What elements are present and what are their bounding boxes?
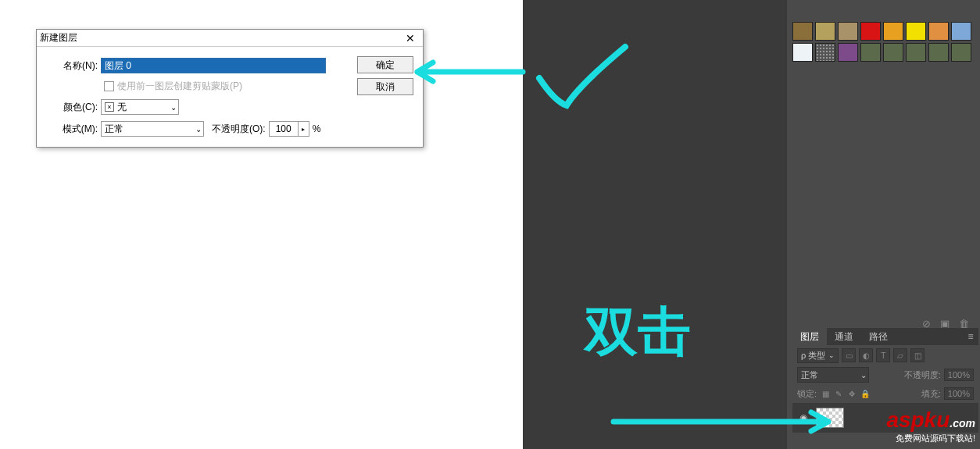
- chevron-down-icon: ⌄: [828, 351, 835, 359]
- ok-button[interactable]: 确定: [357, 56, 413, 73]
- filter-smart-icon[interactable]: ◫: [910, 348, 925, 362]
- swatch[interactable]: [815, 43, 835, 62]
- lock-position-icon[interactable]: ✥: [846, 388, 857, 399]
- right-panels: ⊘ ▣ 🗑 图层 通道 路径 ≡ ρ 类型 ⌄ ▭ ◐ T ▱ ◫ 正常 ⌄: [787, 0, 980, 449]
- percent-label: %: [313, 123, 321, 134]
- filter-text-icon[interactable]: T: [876, 348, 890, 362]
- opacity-flyout-icon[interactable]: ▸: [299, 121, 309, 137]
- swatch[interactable]: [951, 22, 971, 41]
- watermark: aspku.com 免费网站源码下载站!: [886, 408, 975, 444]
- swatch[interactable]: [792, 43, 813, 62]
- swatch[interactable]: [860, 22, 881, 41]
- lock-label: 锁定:: [797, 388, 817, 400]
- dialog-titlebar[interactable]: 新建图层 ✕: [37, 30, 423, 47]
- panel-menu-icon[interactable]: ≡: [963, 328, 978, 345]
- opacity-input[interactable]: [269, 121, 299, 137]
- kind-filter[interactable]: ρ 类型 ⌄: [797, 348, 839, 363]
- layer-name-input[interactable]: [101, 58, 326, 73]
- layer-opacity-value[interactable]: 100%: [944, 369, 974, 381]
- swatch[interactable]: [951, 43, 971, 62]
- lock-all-icon[interactable]: 🔒: [860, 388, 871, 399]
- canvas-area[interactable]: [523, 0, 787, 449]
- name-label: 名称(N):: [45, 59, 101, 73]
- clip-mask-label: 使用前一图层创建剪贴蒙版(P): [117, 80, 242, 93]
- visibility-icon[interactable]: ◉: [796, 412, 811, 423]
- clip-mask-checkbox[interactable]: [104, 81, 114, 91]
- close-icon[interactable]: ✕: [401, 31, 420, 45]
- swatch[interactable]: [838, 22, 858, 41]
- panel-tabs: 图层 通道 路径 ≡: [792, 328, 978, 345]
- search-icon: ρ: [801, 351, 806, 360]
- swatch[interactable]: [883, 43, 903, 62]
- layer-opacity-label: 不透明度:: [904, 369, 941, 381]
- filter-adjust-icon[interactable]: ◐: [859, 348, 873, 362]
- mode-label: 模式(M):: [45, 123, 101, 136]
- chevron-down-icon: ⌄: [195, 125, 202, 134]
- opacity-label: 不透明度(O):: [212, 123, 266, 136]
- color-select[interactable]: × 无 ⌄: [101, 99, 179, 115]
- color-label: 颜色(C):: [45, 101, 101, 114]
- filter-shape-icon[interactable]: ▱: [893, 348, 907, 362]
- tab-paths[interactable]: 路径: [861, 328, 896, 345]
- tab-layers[interactable]: 图层: [792, 328, 827, 345]
- swatch[interactable]: [928, 22, 949, 41]
- fill-value[interactable]: 100%: [944, 387, 974, 400]
- watermark-main: aspku: [886, 408, 950, 432]
- layer-lock-row: 锁定: ▦ ✎ ✥ 🔒 填充: 100%: [792, 384, 978, 403]
- new-layer-dialog: 新建图层 ✕ 名称(N): 使用前一图层创建剪贴蒙版(P) 颜色(C): × 无…: [36, 29, 424, 148]
- lock-paint-icon[interactable]: ✎: [833, 388, 844, 399]
- swatch[interactable]: [928, 43, 949, 62]
- swatches-panel: [792, 22, 971, 62]
- lock-transparent-icon[interactable]: ▦: [820, 388, 831, 399]
- swatch[interactable]: [906, 22, 926, 41]
- swatch[interactable]: [838, 43, 858, 62]
- mode-value: 正常: [105, 123, 123, 136]
- chevron-down-icon: ⌄: [860, 371, 867, 380]
- tab-channels[interactable]: 通道: [827, 328, 861, 345]
- watermark-dotcom: .com: [950, 417, 975, 429]
- filter-image-icon[interactable]: ▭: [842, 348, 856, 362]
- fill-label: 填充:: [921, 388, 941, 400]
- cancel-button[interactable]: 取消: [357, 78, 413, 95]
- watermark-sub: 免费网站源码下载站!: [886, 433, 975, 444]
- swatch[interactable]: [792, 22, 813, 41]
- dialog-title: 新建图层: [40, 31, 401, 45]
- none-icon: ×: [105, 102, 114, 112]
- swatch[interactable]: [815, 22, 835, 41]
- swatch[interactable]: [860, 43, 881, 62]
- chevron-down-icon: ⌄: [170, 103, 177, 112]
- swatch[interactable]: [906, 43, 926, 62]
- document-area: 新建图层 ✕ 名称(N): 使用前一图层创建剪贴蒙版(P) 颜色(C): × 无…: [0, 0, 523, 449]
- layer-filter-row: ρ 类型 ⌄ ▭ ◐ T ▱ ◫: [792, 345, 978, 365]
- color-value: 无: [117, 101, 127, 114]
- layer-blend-row: 正常 ⌄ 不透明度: 100%: [792, 365, 978, 384]
- layer-thumbnail[interactable]: [816, 408, 844, 428]
- swatch[interactable]: [883, 22, 903, 41]
- mode-select[interactable]: 正常 ⌄: [101, 121, 204, 137]
- dialog-body: 名称(N): 使用前一图层创建剪贴蒙版(P) 颜色(C): × 无 ⌄ 模式(M…: [37, 47, 423, 154]
- blend-mode-select[interactable]: 正常 ⌄: [797, 367, 869, 383]
